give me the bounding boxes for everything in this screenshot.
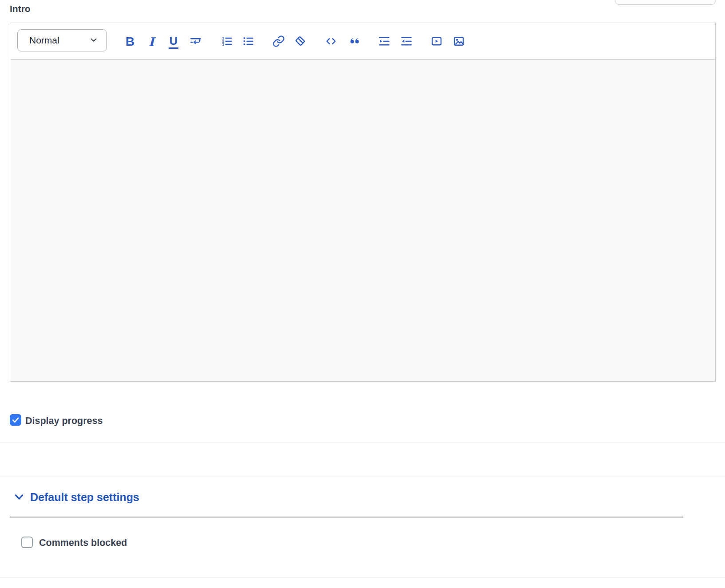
remove-format-button[interactable] bbox=[290, 32, 310, 51]
editor-content-area[interactable] bbox=[10, 60, 715, 381]
image-button[interactable] bbox=[449, 32, 469, 51]
blockquote-icon bbox=[348, 35, 360, 49]
top-right-button[interactable] bbox=[615, 0, 716, 5]
svg-text:3: 3 bbox=[222, 42, 225, 46]
bold-icon: B bbox=[126, 35, 134, 48]
check-icon bbox=[11, 416, 20, 424]
intro-rich-text-editor: Normal B I U 1 2 bbox=[10, 23, 716, 382]
underline-button[interactable]: U bbox=[164, 32, 183, 51]
video-icon bbox=[430, 35, 443, 49]
indent-icon bbox=[378, 35, 390, 49]
indent-button[interactable] bbox=[374, 32, 394, 51]
line-break-icon bbox=[189, 35, 202, 49]
bold-button[interactable]: B bbox=[120, 32, 140, 51]
chevron-down-icon bbox=[13, 491, 25, 503]
italic-button[interactable]: I bbox=[142, 32, 161, 51]
comments-blocked-label: Comments blocked bbox=[39, 537, 127, 549]
display-progress-checkbox[interactable] bbox=[10, 414, 21, 426]
paragraph-style-value: Normal bbox=[29, 35, 59, 46]
paragraph-style-dropdown[interactable]: Normal bbox=[17, 29, 107, 51]
ordered-list-button[interactable]: 1 2 3 bbox=[217, 32, 236, 51]
link-icon bbox=[272, 35, 285, 49]
display-progress-label: Display progress bbox=[25, 416, 102, 427]
section-divider bbox=[0, 476, 725, 476]
bottom-divider bbox=[0, 577, 725, 578]
code-button[interactable] bbox=[321, 32, 341, 51]
blockquote-button[interactable] bbox=[344, 32, 364, 51]
video-button[interactable] bbox=[427, 32, 446, 51]
section-divider bbox=[0, 443, 725, 443]
chevron-down-icon bbox=[89, 35, 99, 46]
remove-format-icon bbox=[294, 35, 306, 49]
comments-blocked-checkbox[interactable] bbox=[21, 537, 33, 548]
link-button[interactable] bbox=[269, 32, 288, 51]
code-icon bbox=[325, 35, 337, 49]
outdent-button[interactable] bbox=[397, 32, 416, 51]
default-step-settings-toggle[interactable]: Default step settings bbox=[13, 488, 139, 506]
outdent-icon bbox=[400, 35, 413, 49]
bullet-list-button[interactable] bbox=[238, 32, 258, 51]
editor-toolbar: Normal B I U 1 2 bbox=[10, 23, 715, 60]
default-step-settings-title: Default step settings bbox=[30, 491, 139, 504]
bullet-list-icon bbox=[242, 35, 254, 49]
ordered-list-icon: 1 2 3 bbox=[221, 35, 233, 49]
image-icon bbox=[453, 35, 465, 49]
intro-field-label: Intro bbox=[10, 4, 31, 14]
italic-icon: I bbox=[149, 36, 154, 48]
underline-icon: U bbox=[169, 35, 179, 49]
line-break-button[interactable] bbox=[186, 32, 205, 51]
section-underline-divider bbox=[10, 517, 683, 517]
